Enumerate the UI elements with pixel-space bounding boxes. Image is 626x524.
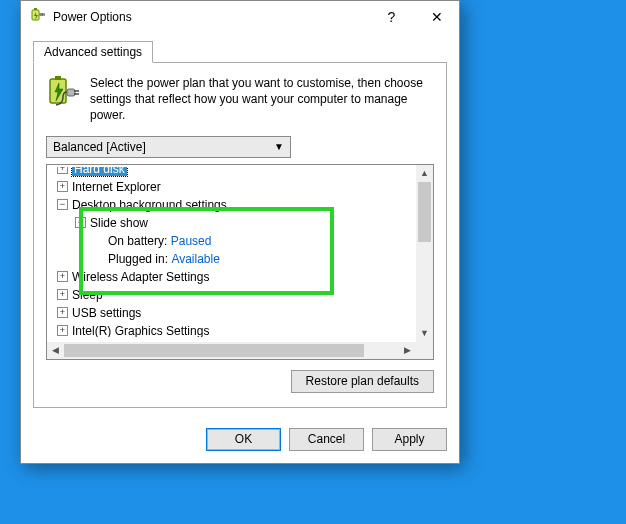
power-options-dialog: Power Options ? ✕ Advanced settings — [20, 0, 460, 464]
expand-icon[interactable]: + — [57, 289, 68, 300]
chevron-down-icon: ▼ — [274, 141, 284, 152]
svg-rect-6 — [55, 76, 61, 80]
tree-item-plugged-in[interactable]: Plugged in: Available — [47, 250, 416, 268]
power-plan-selected: Balanced [Active] — [53, 140, 146, 154]
tree-item-intel-graphics[interactable]: + Intel(R) Graphics Settings — [47, 322, 416, 337]
intro-text: Select the power plan that you want to c… — [90, 75, 434, 124]
tree-label: Slide show — [90, 216, 148, 230]
tree-item-wireless-adapter[interactable]: + Wireless Adapter Settings — [47, 268, 416, 286]
scroll-thumb[interactable] — [418, 182, 431, 242]
svg-rect-1 — [34, 8, 37, 10]
scroll-down-icon[interactable]: ▼ — [416, 325, 433, 342]
collapse-icon[interactable]: − — [75, 217, 86, 228]
restore-plan-defaults-button[interactable]: Restore plan defaults — [291, 370, 434, 393]
window-title: Power Options — [53, 10, 369, 24]
tree-value-link[interactable]: Available — [171, 252, 219, 266]
expand-icon[interactable]: + — [57, 181, 68, 192]
titlebar: Power Options ? ✕ — [21, 1, 459, 33]
tree-item-sleep[interactable]: + Sleep — [47, 286, 416, 304]
tree-label: Wireless Adapter Settings — [72, 270, 209, 284]
expand-icon[interactable]: + — [57, 307, 68, 318]
expand-icon[interactable]: + — [57, 325, 68, 336]
tree-item-hard-disk[interactable]: + Hard disk — [47, 167, 127, 178]
tree-item-slide-show[interactable]: − Slide show — [47, 214, 416, 232]
tree-item-usb-settings[interactable]: + USB settings — [47, 304, 416, 322]
settings-tree: + Hard disk + Internet Explorer − Deskto… — [46, 164, 434, 360]
expand-icon[interactable]: + — [57, 271, 68, 282]
scroll-track[interactable] — [64, 342, 399, 359]
tree-key: Plugged in: — [108, 252, 168, 266]
horizontal-scrollbar[interactable]: ◀ ▶ — [47, 342, 416, 359]
expand-icon[interactable]: + — [57, 167, 68, 175]
tabstrip: Advanced settings — [33, 41, 447, 63]
tree-item-on-battery[interactable]: On battery: Paused — [47, 232, 416, 250]
close-button[interactable]: ✕ — [414, 2, 459, 32]
tree-label: Desktop background settings — [72, 198, 227, 212]
power-plan-select[interactable]: Balanced [Active] ▼ — [46, 136, 291, 158]
tree-label: Hard disk — [72, 167, 127, 176]
tab-panel: Select the power plan that you want to c… — [33, 62, 447, 408]
tree-label: Internet Explorer — [72, 180, 161, 194]
battery-plug-icon — [46, 75, 80, 124]
scroll-up-icon[interactable]: ▲ — [416, 165, 433, 182]
tree-item-internet-explorer[interactable]: + Internet Explorer — [47, 178, 416, 196]
scroll-track[interactable] — [416, 182, 433, 325]
tree-label: Intel(R) Graphics Settings — [72, 324, 209, 337]
dialog-footer: OK Cancel Apply — [21, 420, 459, 463]
power-options-icon — [29, 8, 45, 27]
collapse-icon[interactable]: − — [57, 199, 68, 210]
scroll-left-icon[interactable]: ◀ — [47, 342, 64, 359]
apply-button[interactable]: Apply — [372, 428, 447, 451]
tree-value-link[interactable]: Paused — [171, 234, 212, 248]
tree-key: On battery: — [108, 234, 167, 248]
tree-label: USB settings — [72, 306, 141, 320]
tree-label: Sleep — [72, 288, 103, 302]
scroll-right-icon[interactable]: ▶ — [399, 342, 416, 359]
ok-button[interactable]: OK — [206, 428, 281, 451]
svg-rect-7 — [67, 89, 75, 96]
vertical-scrollbar[interactable]: ▲ ▼ — [416, 165, 433, 342]
help-button[interactable]: ? — [369, 2, 414, 32]
cancel-button[interactable]: Cancel — [289, 428, 364, 451]
tab-advanced-settings[interactable]: Advanced settings — [33, 41, 153, 63]
tree-item-desktop-background[interactable]: − Desktop background settings — [47, 196, 416, 214]
scroll-thumb[interactable] — [64, 344, 364, 357]
